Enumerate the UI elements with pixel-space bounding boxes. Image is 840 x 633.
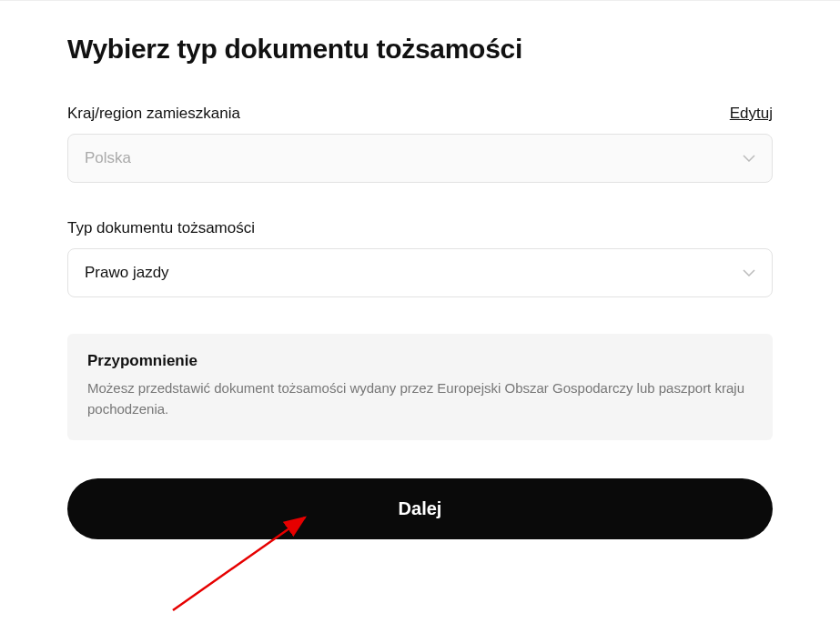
edit-country-link[interactable]: Edytuj: [730, 105, 773, 123]
country-select[interactable]: Polska: [67, 134, 773, 183]
doctype-value: Prawo jazdy: [85, 264, 169, 282]
chevron-down-icon: [743, 152, 755, 165]
next-button[interactable]: Dalej: [67, 478, 773, 539]
doctype-select[interactable]: Prawo jazdy: [67, 248, 773, 297]
doctype-label: Typ dokumentu tożsamości: [67, 219, 255, 237]
chevron-down-icon: [743, 266, 755, 279]
reminder-box: Przypomnienie Możesz przedstawić dokumen…: [67, 334, 773, 440]
country-field-group: Kraj/region zamieszkania Edytuj Polska: [67, 105, 773, 183]
reminder-title: Przypomnienie: [87, 352, 753, 370]
country-value: Polska: [85, 149, 131, 167]
page-title: Wybierz typ dokumentu tożsamości: [67, 34, 773, 65]
reminder-text: Możesz przedstawić dokument tożsamości w…: [87, 377, 753, 420]
country-label: Kraj/region zamieszkania: [67, 105, 240, 123]
doctype-field-group: Typ dokumentu tożsamości Prawo jazdy: [67, 219, 773, 297]
